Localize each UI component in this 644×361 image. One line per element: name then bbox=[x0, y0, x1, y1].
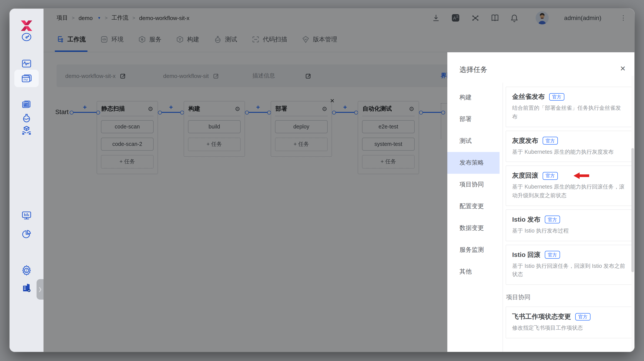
gear-z-icon: Z bbox=[21, 265, 32, 276]
flask-icon bbox=[22, 113, 31, 123]
red-pointer-arrow-icon bbox=[574, 172, 589, 180]
task-card-desc: 结合前置的「部署金丝雀」任务执行金丝雀发布 bbox=[512, 104, 625, 121]
svg-text:Z: Z bbox=[26, 269, 28, 272]
close-icon[interactable]: ✕ bbox=[620, 65, 626, 73]
app-window: PM Z ❯ bbox=[10, 9, 634, 352]
task-card-istio-rollback[interactable]: Istio 回滚 官方 基于 Istio 执行回滚任务，回滚到 Istio 发布… bbox=[506, 244, 632, 285]
task-card-desc: 基于 Kubernetes 原生的能力执行灰度发布 bbox=[512, 148, 625, 157]
monitor-wave-icon bbox=[22, 59, 31, 68]
pie-chart-icon bbox=[22, 229, 31, 239]
category-service-monitor[interactable]: 服务监测 bbox=[447, 239, 500, 261]
task-card-title: Istio 发布 bbox=[512, 216, 540, 224]
task-card-title: Istio 回滚 bbox=[512, 251, 540, 259]
section-header-project-collab: 项目协同 bbox=[506, 293, 632, 301]
task-card-desc: 基于 Kubernetes 原生的能力执行回滚任务，滚动升级到灰度之前状态 bbox=[512, 183, 625, 200]
screenshot-frame: PM Z ❯ bbox=[0, 0, 644, 361]
category-build[interactable]: 构建 bbox=[447, 87, 500, 108]
sidebar-item-testing[interactable] bbox=[10, 113, 44, 123]
task-card-list: 金丝雀发布 官方 结合前置的「部署金丝雀」任务执行金丝雀发布 灰度发布 官方 基… bbox=[506, 87, 632, 352]
category-deploy[interactable]: 部署 bbox=[447, 108, 500, 130]
scrollbar-thumb[interactable] bbox=[632, 148, 634, 272]
left-sidebar: PM Z ❯ bbox=[10, 9, 44, 352]
official-badge: 官方 bbox=[549, 93, 564, 101]
select-task-panel: 选择任务 ✕ 构建 部署 测试 发布策略 项目协同 配置变更 数据变更 服务监测… bbox=[447, 52, 634, 352]
task-card-desc: 基于 Istio 执行发布过程 bbox=[512, 227, 625, 236]
panel-title: 选择任务 bbox=[460, 65, 487, 75]
project-pm-icon: PM bbox=[21, 74, 32, 84]
category-test[interactable]: 测试 bbox=[447, 130, 500, 152]
category-data-change[interactable]: 数据变更 bbox=[447, 217, 500, 239]
package-delivery-icon bbox=[21, 125, 32, 135]
building-check-icon bbox=[21, 282, 32, 293]
task-card-gray-rollback[interactable]: 灰度回滚 官方 基于 Kubernetes 原生的能力执行回滚任务，滚动升级到灰… bbox=[506, 166, 632, 206]
sidebar-item-insight[interactable] bbox=[10, 211, 44, 220]
sidebar-item-monitoring[interactable] bbox=[10, 59, 44, 68]
chevron-right-icon: ❯ bbox=[38, 286, 42, 292]
category-config-change[interactable]: 配置变更 bbox=[447, 196, 500, 217]
official-badge: 官方 bbox=[542, 137, 558, 144]
task-card-canary-release[interactable]: 金丝雀发布 官方 结合前置的「部署金丝雀」任务执行金丝雀发布 bbox=[506, 87, 632, 127]
task-card-title: 飞书工作项状态变更 bbox=[512, 313, 571, 321]
official-badge: 官方 bbox=[545, 251, 560, 258]
sidebar-item-projects-active[interactable]: PM bbox=[10, 74, 44, 84]
category-divider bbox=[502, 83, 503, 352]
task-card-desc: 基于 Istio 执行回滚任务，回滚到 Istio 发布之前状态 bbox=[512, 262, 625, 279]
monitor-bars-icon bbox=[21, 211, 32, 220]
sidebar-item-settings[interactable]: Z bbox=[10, 265, 44, 276]
task-card-gray-release[interactable]: 灰度发布 官方 基于 Kubernetes 原生的能力执行灰度发布 bbox=[506, 130, 632, 162]
category-other[interactable]: 其他 bbox=[447, 261, 500, 283]
task-card-title: 灰度发布 bbox=[512, 137, 538, 145]
sidebar-item-statistics[interactable] bbox=[10, 229, 44, 239]
task-category-list: 构建 部署 测试 发布策略 项目协同 配置变更 数据变更 服务监测 其他 bbox=[447, 87, 500, 283]
official-badge: 官方 bbox=[545, 216, 560, 223]
modal-scrollbar[interactable] bbox=[632, 76, 634, 352]
sidebar-collapse-handle[interactable]: ❯ bbox=[36, 279, 44, 300]
dashboard-gauge-icon bbox=[21, 32, 32, 42]
gallery-icon bbox=[22, 100, 31, 109]
sidebar-item-dashboard[interactable] bbox=[10, 32, 44, 42]
svg-text:PM: PM bbox=[24, 78, 28, 82]
task-card-title: 灰度回滚 bbox=[512, 172, 538, 180]
task-card-istio-release[interactable]: Istio 发布 官方 基于 Istio 执行发布过程 bbox=[506, 209, 632, 241]
sidebar-item-delivery[interactable] bbox=[10, 125, 44, 135]
task-card-desc: 修改指定飞书项目工作项状态 bbox=[512, 324, 625, 333]
task-card-feishu-workitem[interactable]: 飞书工作项状态变更 官方 修改指定飞书项目工作项状态 bbox=[506, 306, 632, 338]
official-badge: 官方 bbox=[575, 313, 590, 320]
category-release-strategy[interactable]: 发布策略 bbox=[447, 152, 500, 174]
category-project-collab[interactable]: 项目协同 bbox=[447, 174, 500, 196]
official-badge: 官方 bbox=[542, 172, 558, 180]
sidebar-item-releases[interactable] bbox=[10, 100, 44, 109]
task-card-title: 金丝雀发布 bbox=[512, 93, 545, 101]
